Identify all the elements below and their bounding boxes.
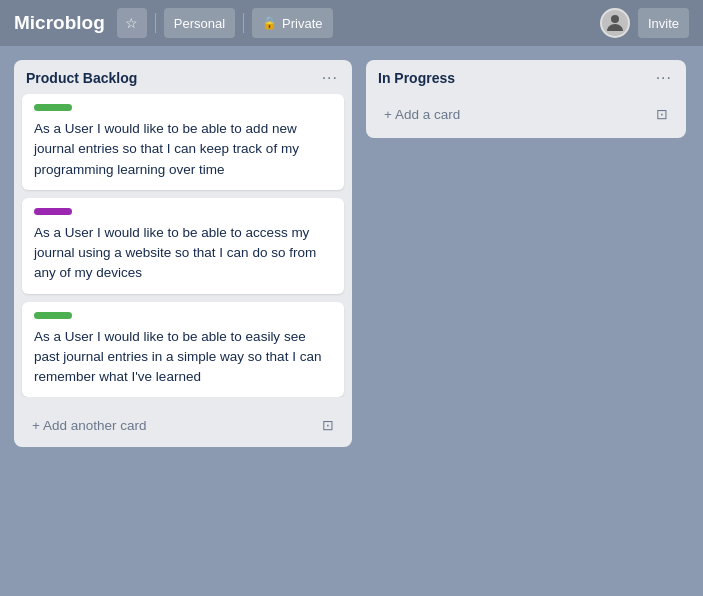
- private-label: Private: [282, 16, 322, 31]
- add-another-card-label: + Add another card: [32, 418, 146, 433]
- card-tag-purple-2: [34, 208, 72, 215]
- app-title: Microblog: [14, 12, 105, 34]
- template-button-in-progress[interactable]: ⊡: [650, 102, 674, 126]
- card-text-1: As a User I would like to be able to add…: [34, 121, 299, 177]
- column-header-in-progress: In Progress ···: [366, 60, 686, 94]
- card-text-3: As a User I would like to be able to eas…: [34, 329, 321, 385]
- invite-label: Invite: [648, 16, 679, 31]
- star-button[interactable]: ☆: [117, 8, 147, 38]
- board: Product Backlog ··· As a User I would li…: [0, 46, 703, 596]
- lock-icon: 🔒: [262, 16, 277, 30]
- column-menu-button-in-progress[interactable]: ···: [654, 70, 674, 86]
- card-text-2: As a User I would like to be able to acc…: [34, 225, 316, 281]
- add-another-card-button[interactable]: + Add another card: [26, 414, 152, 437]
- header-divider-1: [155, 13, 156, 33]
- column-product-backlog: Product Backlog ··· As a User I would li…: [14, 60, 352, 447]
- template-icon-inprogress: ⊡: [656, 106, 668, 122]
- avatar-icon: [603, 11, 627, 35]
- cards-container-product-backlog: As a User I would like to be able to add…: [14, 94, 352, 397]
- column-footer-product-backlog: + Add another card ⊡: [14, 403, 352, 447]
- star-icon: ☆: [125, 15, 138, 31]
- card-tag-green-3: [34, 312, 72, 319]
- personal-label: Personal: [174, 16, 225, 31]
- column-header-product-backlog: Product Backlog ···: [14, 60, 352, 94]
- column-title-product-backlog: Product Backlog: [26, 70, 137, 86]
- invite-button[interactable]: Invite: [638, 8, 689, 38]
- add-a-card-button[interactable]: + Add a card: [378, 103, 466, 126]
- template-button-product-backlog[interactable]: ⊡: [316, 413, 340, 437]
- personal-button[interactable]: Personal: [164, 8, 235, 38]
- card-3[interactable]: As a User I would like to be able to eas…: [22, 302, 344, 398]
- template-icon: ⊡: [322, 417, 334, 433]
- header-divider-2: [243, 13, 244, 33]
- header: Microblog ☆ Personal 🔒 Private Invite: [0, 0, 703, 46]
- svg-point-0: [611, 15, 619, 23]
- card-2[interactable]: As a User I would like to be able to acc…: [22, 198, 344, 294]
- private-button[interactable]: 🔒 Private: [252, 8, 332, 38]
- add-a-card-label: + Add a card: [384, 107, 460, 122]
- card-1[interactable]: As a User I would like to be able to add…: [22, 94, 344, 190]
- column-menu-button-product-backlog[interactable]: ···: [320, 70, 340, 86]
- column-title-in-progress: In Progress: [378, 70, 455, 86]
- add-a-card-row: + Add a card ⊡: [366, 94, 686, 138]
- card-tag-green-1: [34, 104, 72, 111]
- avatar: [600, 8, 630, 38]
- column-in-progress: In Progress ··· + Add a card ⊡: [366, 60, 686, 138]
